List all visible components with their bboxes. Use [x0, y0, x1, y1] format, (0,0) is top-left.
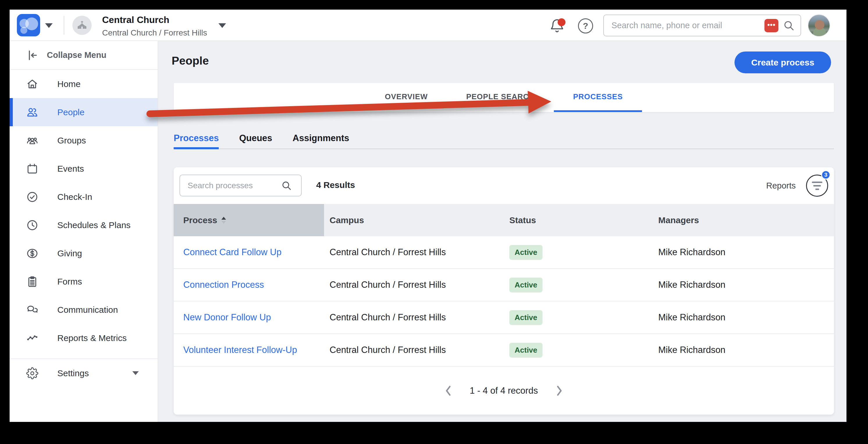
sidebar-item-events[interactable]: Events — [9, 154, 158, 183]
previous-page-button[interactable] — [443, 384, 453, 397]
process-link[interactable]: Connect Card Follow Up — [183, 247, 282, 257]
sidebar-item-giving[interactable]: Giving — [9, 239, 158, 267]
sidebar-item-label: Schedules & Plans — [57, 220, 131, 230]
clock-icon — [26, 218, 39, 232]
church-icon — [76, 20, 88, 31]
subtab-processes[interactable]: Processes — [174, 133, 219, 149]
chevron-left-icon — [443, 384, 453, 397]
sidebar-item-label: Giving — [57, 248, 82, 258]
org-caret-icon[interactable] — [218, 23, 226, 28]
notification-dot — [558, 18, 565, 26]
sidebar-item-communication[interactable]: Communication — [9, 296, 158, 324]
sidebar-item-settings[interactable]: Settings — [9, 359, 158, 387]
user-avatar[interactable] — [808, 14, 830, 37]
home-icon — [26, 78, 39, 91]
tab-processes[interactable]: PROCESSES — [554, 83, 642, 112]
chat-bubbles-icon — [26, 303, 39, 317]
filter-icon — [812, 182, 822, 183]
filter-count-badge: 3 — [821, 170, 831, 179]
sidebar: Collapse Menu Home People Groups — [9, 41, 158, 422]
collapse-menu-button[interactable]: Collapse Menu — [9, 41, 158, 70]
chart-line-icon — [26, 331, 39, 345]
campus-cell: Central Church / Forrest Hills — [324, 279, 504, 290]
main-content: People Create process OVERVIEW PEOPLE SE… — [159, 41, 846, 422]
sidebar-item-label: Events — [57, 164, 84, 174]
collapse-icon — [26, 49, 39, 62]
sidebar-item-label: Groups — [57, 136, 86, 146]
sidebar-item-label: Home — [57, 79, 81, 89]
church-avatar[interactable] — [72, 16, 92, 35]
campus-cell: Central Church / Forrest Hills — [324, 312, 504, 323]
org-selector[interactable]: Central Church Central Church / Forrest … — [102, 14, 207, 37]
sub-tab-bar: Processes Queues Assignments — [174, 133, 834, 149]
reports-label[interactable]: Reports — [766, 181, 796, 190]
sidebar-item-label: Communication — [57, 305, 118, 315]
sidebar-item-home[interactable]: Home — [9, 70, 158, 98]
help-button[interactable]: ? — [578, 18, 593, 33]
check-circle-icon — [26, 190, 39, 204]
calendar-icon — [26, 162, 39, 175]
subtab-assignments[interactable]: Assignments — [292, 133, 349, 149]
app-switcher-caret-icon[interactable] — [45, 23, 53, 28]
password-manager-icon[interactable]: ••• — [765, 19, 778, 32]
status-badge: Active — [509, 245, 542, 260]
groups-icon — [26, 134, 39, 147]
table-row: New Donor Follow Up Central Church / For… — [174, 301, 834, 334]
settings-caret-icon — [132, 371, 139, 375]
next-page-button[interactable] — [555, 384, 564, 397]
tab-bar: OVERVIEW PEOPLE SEARCH PROCESSES — [174, 83, 834, 112]
process-link[interactable]: Connection Process — [183, 279, 264, 290]
subtab-queues[interactable]: Queues — [239, 133, 272, 149]
managers-cell: Mike Richardson — [653, 247, 834, 258]
table-row: Connect Card Follow Up Central Church / … — [174, 236, 834, 269]
search-icon[interactable] — [782, 19, 795, 32]
sidebar-item-people[interactable]: People — [9, 98, 158, 126]
question-mark-icon: ? — [583, 21, 588, 31]
table-row: Connection Process Central Church / Forr… — [174, 269, 834, 301]
sidebar-item-label: Settings — [57, 368, 89, 378]
records-range-label: 1 - 4 of 4 records — [470, 386, 538, 396]
status-badge: Active — [509, 310, 542, 325]
status-badge: Active — [509, 343, 542, 358]
people-icon — [26, 106, 39, 119]
sidebar-item-label: Check-In — [57, 192, 92, 202]
sort-icon — [221, 217, 226, 224]
tab-overview[interactable]: OVERVIEW — [366, 83, 447, 112]
tab-people-search[interactable]: PEOPLE SEARCH — [447, 83, 554, 112]
managers-cell: Mike Richardson — [653, 345, 834, 355]
collapse-menu-label: Collapse Menu — [47, 50, 106, 60]
campus-cell: Central Church / Forrest Hills — [324, 345, 504, 355]
global-search: ••• — [603, 14, 801, 36]
global-search-input[interactable] — [612, 21, 765, 30]
sidebar-item-forms[interactable]: Forms — [9, 267, 158, 296]
sidebar-item-label: Forms — [57, 277, 82, 287]
process-link[interactable]: New Donor Follow Up — [183, 312, 271, 322]
sidebar-item-check-in[interactable]: Check-In — [9, 183, 158, 211]
process-search-input[interactable] — [188, 181, 281, 190]
column-header-process[interactable]: Process — [174, 204, 324, 236]
create-process-button[interactable]: Create process — [735, 52, 831, 73]
column-header-campus[interactable]: Campus — [324, 215, 504, 225]
sidebar-item-label: People — [57, 107, 84, 117]
managers-cell: Mike Richardson — [653, 279, 834, 290]
column-header-managers[interactable]: Managers — [653, 215, 834, 225]
notifications-button[interactable] — [549, 18, 565, 34]
processes-toolbar: 4 Results Reports 3 — [174, 167, 834, 204]
process-link[interactable]: Volunteer Interest Follow-Up — [183, 345, 297, 355]
app-logo[interactable] — [17, 14, 40, 36]
dollar-circle-icon — [26, 247, 39, 260]
topbar-divider — [64, 16, 64, 35]
search-icon — [281, 180, 292, 191]
sidebar-item-schedules-plans[interactable]: Schedules & Plans — [9, 211, 158, 239]
table-header: Process Campus Status Managers — [174, 204, 834, 236]
org-name: Central Church — [102, 14, 207, 25]
sidebar-item-reports-metrics[interactable]: Reports & Metrics — [9, 324, 158, 352]
logo-circle — [20, 27, 27, 34]
process-search — [180, 175, 302, 197]
app-window: Central Church Central Church / Forrest … — [9, 9, 846, 422]
sidebar-item-groups[interactable]: Groups — [9, 126, 158, 154]
table-row: Volunteer Interest Follow-Up Central Chu… — [174, 334, 834, 366]
campus-cell: Central Church / Forrest Hills — [324, 247, 504, 258]
column-header-status[interactable]: Status — [504, 215, 653, 225]
chevron-right-icon — [555, 384, 564, 397]
